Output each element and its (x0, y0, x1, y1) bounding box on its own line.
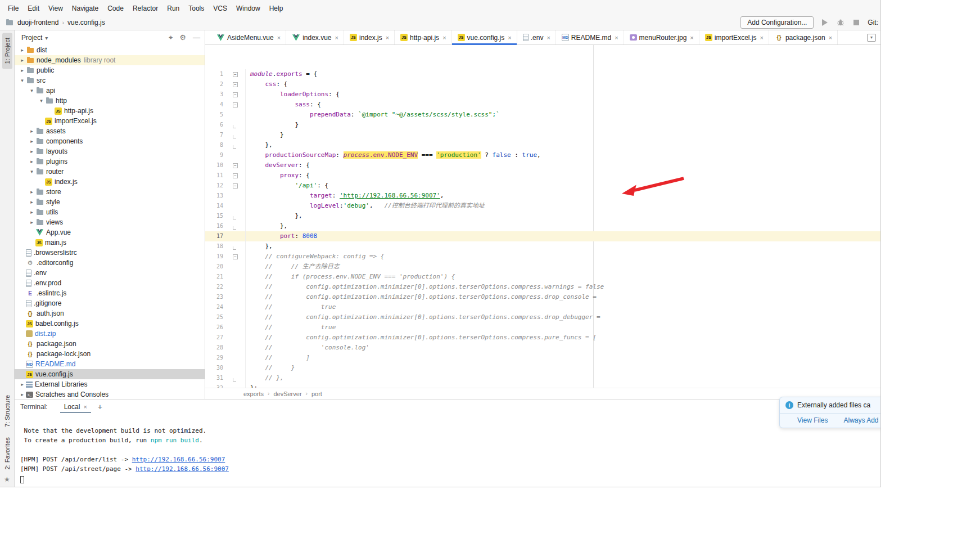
chevron-right-icon[interactable]: ▸ (19, 68, 25, 73)
chevron-right-icon[interactable]: ▸ (29, 159, 35, 164)
code-line[interactable]: 9 productionSourceMap: process.env.NODE_… (205, 150, 880, 160)
code-line[interactable]: 16 }, (205, 221, 880, 231)
menu-vcs[interactable]: VCS (209, 3, 232, 14)
code-line[interactable]: 12− '/api': { (205, 181, 880, 191)
tab-README.md[interactable]: MDREADME.md× (556, 30, 624, 44)
tree-item[interactable]: JSmain.js (15, 237, 205, 248)
fold-collapse-icon[interactable]: − (233, 163, 238, 168)
git-label[interactable]: Git: (868, 19, 878, 26)
tree-item[interactable]: ▸public (15, 65, 205, 75)
fold-collapse-icon[interactable]: − (233, 173, 238, 178)
code-line[interactable]: 26 // true (205, 322, 880, 333)
tree-item[interactable]: .browserslistrc (15, 248, 205, 258)
new-terminal-icon[interactable]: + (98, 402, 102, 411)
code-line[interactable]: 15 }, (205, 211, 880, 221)
chevron-down-icon[interactable]: ▾ (19, 78, 25, 83)
chevron-right-icon[interactable]: ▸ (29, 189, 35, 195)
editor-breadcrumb-item[interactable]: devServer (273, 391, 301, 397)
editor-breadcrumb-item[interactable]: exports (243, 391, 264, 397)
terminal-link[interactable]: http://192.168.66.56:9007 (136, 465, 229, 473)
tree-item[interactable]: MDREADME.md (15, 359, 205, 369)
close-icon[interactable]: × (547, 34, 550, 41)
hidden-tabs-icon[interactable]: ▾ (867, 34, 876, 42)
tab-vue.config.js[interactable]: JSvue.config.js× (452, 30, 517, 44)
tree-item[interactable]: {}auth.json (15, 308, 205, 318)
code-line[interactable]: 29 // ] (205, 353, 880, 363)
debug-icon[interactable] (836, 18, 845, 27)
menu-edit[interactable]: Edit (23, 3, 44, 14)
chevron-right-icon[interactable]: ▸ (29, 199, 35, 205)
tab-http-api.js[interactable]: JShttp-api.js× (395, 30, 451, 44)
chevron-right-icon[interactable]: ▸ (19, 57, 25, 63)
close-icon[interactable]: × (508, 34, 511, 41)
tree-item[interactable]: ▾src (15, 75, 205, 86)
tree-item[interactable]: {}package.json (15, 339, 205, 349)
code-line[interactable]: 19− // configureWebpack: config => { (205, 252, 880, 262)
close-icon[interactable]: × (829, 34, 832, 41)
code-line[interactable]: 11− proxy: { (205, 170, 880, 181)
menu-run[interactable]: Run (162, 3, 184, 14)
breadcrumb-item[interactable]: vue.config.js (67, 19, 105, 26)
code-line[interactable]: 18 }, (205, 241, 880, 252)
tree-item[interactable]: ▸External Libraries (15, 379, 205, 389)
close-icon[interactable]: × (277, 34, 281, 41)
tab-package.json[interactable]: {}package.json× (769, 30, 838, 44)
tab-importExcel.js[interactable]: JSimportExcel.js× (699, 30, 769, 44)
tree-item[interactable]: {}package-lock.json (15, 349, 205, 359)
chevron-down-icon[interactable]: ▾ (29, 88, 35, 93)
code-line[interactable]: 7 } (205, 130, 880, 140)
tree-item[interactable]: ▸components (15, 136, 205, 146)
code-line[interactable]: 17 port: 8008 (205, 231, 880, 241)
menu-code[interactable]: Code (103, 3, 128, 14)
tree-item[interactable]: ⚙.editorconfig (15, 258, 205, 268)
close-icon[interactable]: × (335, 34, 338, 41)
tree-item[interactable]: ▸views (15, 217, 205, 227)
code-line[interactable]: 24 // true (205, 302, 880, 312)
stop-icon[interactable] (852, 18, 861, 27)
notification-action-view-files[interactable]: View Files (797, 416, 828, 424)
code-line[interactable]: 20 // // 生产去除日志 (205, 262, 880, 272)
code-line[interactable]: 31 // }, (205, 373, 880, 383)
fold-collapse-icon[interactable]: − (233, 183, 238, 189)
close-icon[interactable]: × (442, 34, 446, 41)
close-icon[interactable]: × (760, 34, 763, 41)
stripe-structure-button[interactable]: 7: Structure (2, 390, 12, 432)
menu-window[interactable]: Window (232, 3, 265, 14)
menu-help[interactable]: Help (265, 3, 288, 14)
tab-index.js[interactable]: JSindex.js× (344, 30, 395, 44)
tree-item[interactable]: JSvue.config.js (15, 369, 205, 379)
menu-file[interactable]: File (3, 3, 23, 14)
close-icon[interactable]: × (83, 403, 87, 410)
tree-item[interactable]: ▸node_moduleslibrary root (15, 55, 205, 65)
tab-.env[interactable]: .env× (517, 30, 556, 44)
editor-breadcrumb-item[interactable]: port (311, 391, 322, 397)
code-line[interactable]: 1−module.exports = { (205, 69, 880, 79)
code-line[interactable]: 21 // if (process.env.NODE_ENV === 'prod… (205, 272, 880, 282)
run-icon[interactable] (820, 18, 829, 27)
code-line[interactable]: 25 // config.optimization.minimizer[0].o… (205, 312, 880, 322)
chevron-right-icon[interactable]: ▸ (29, 209, 35, 215)
project-panel-title[interactable]: Project (21, 34, 42, 42)
tree-item[interactable]: App.vue (15, 227, 205, 237)
code-line[interactable]: 32}; (205, 383, 880, 388)
close-icon[interactable]: × (386, 34, 389, 41)
notification-action-always-add[interactable]: Always Add (843, 416, 878, 424)
chevron-down-icon[interactable]: ▾ (38, 98, 44, 104)
tree-item[interactable]: ▾router (15, 167, 205, 177)
tree-item[interactable]: .gitignore (15, 298, 205, 308)
tab-index.vue[interactable]: index.vue× (286, 30, 344, 44)
chevron-right-icon[interactable]: ▸ (29, 219, 35, 225)
fold-collapse-icon[interactable]: − (233, 102, 238, 107)
code-line[interactable]: 2− css: { (205, 79, 880, 89)
menu-view[interactable]: View (44, 3, 67, 14)
code-line[interactable]: 23 // config.optimization.minimizer[0].o… (205, 292, 880, 302)
code-line[interactable]: 10− devServer: { (205, 160, 880, 170)
chevron-right-icon[interactable]: ▸ (29, 128, 35, 134)
chevron-right-icon[interactable]: ▸ (19, 382, 25, 387)
tab-AsideMenu.vue[interactable]: AsideMenu.vue× (211, 30, 286, 44)
stripe-project-button[interactable]: 1: Project (2, 33, 12, 69)
chevron-right-icon[interactable]: ▸ (29, 149, 35, 154)
fold-collapse-icon[interactable]: − (233, 92, 238, 97)
tree-item[interactable]: ▾api (15, 86, 205, 96)
tab-menuRouter.jpg[interactable]: menuRouter.jpg× (624, 30, 699, 44)
